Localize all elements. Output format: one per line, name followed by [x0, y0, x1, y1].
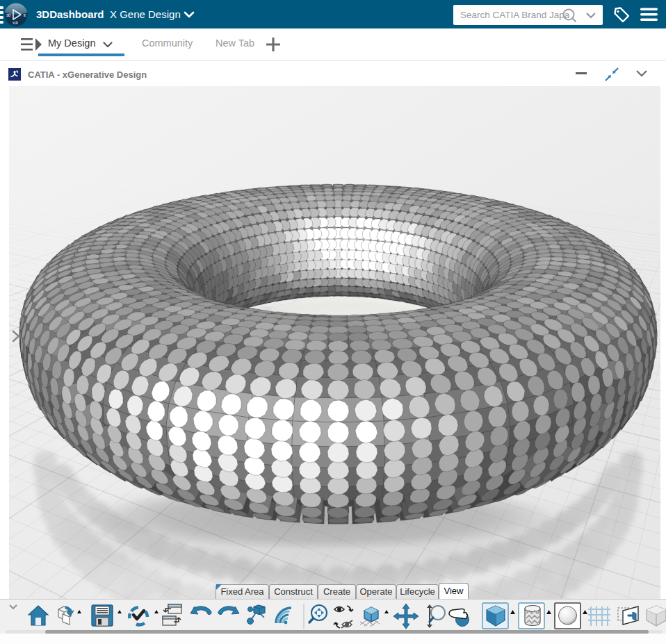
svg-text:V.R: V.R	[13, 21, 18, 25]
svg-text:3D: 3D	[6, 13, 11, 17]
